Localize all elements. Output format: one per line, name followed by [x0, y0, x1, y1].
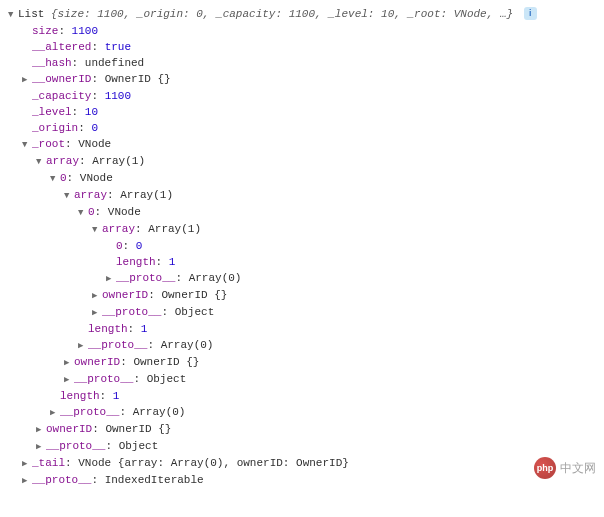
- array-index-0[interactable]: 0: 0: [8, 238, 596, 254]
- property-ownerid[interactable]: ▶__ownerID: OwnerID {}: [8, 71, 596, 88]
- watermark-logo-icon: php: [534, 457, 556, 479]
- property-level[interactable]: _level: 10: [8, 104, 596, 120]
- expand-arrow-icon[interactable]: ▼: [22, 137, 32, 153]
- info-badge-icon[interactable]: i: [524, 7, 537, 20]
- property-value: VNode {array: Array(0), ownerID: OwnerID…: [78, 457, 349, 469]
- property-value: Array(1): [120, 189, 173, 201]
- property-key: 0: [60, 172, 67, 184]
- expand-arrow-icon[interactable]: ▶: [78, 338, 88, 354]
- expand-arrow-icon[interactable]: ▶: [92, 288, 102, 304]
- property-length[interactable]: length: 1: [8, 254, 596, 270]
- property-key: __ownerID: [32, 73, 91, 85]
- property-value: OwnerID {}: [161, 289, 227, 301]
- property-key: ownerID: [46, 423, 92, 435]
- property-array[interactable]: ▼array: Array(1): [8, 221, 596, 238]
- property-key: __proto__: [116, 272, 175, 284]
- property-value: OwnerID {}: [105, 73, 171, 85]
- expand-arrow-icon[interactable]: ▶: [50, 405, 60, 421]
- property-key: array: [46, 155, 79, 167]
- property-value: 0: [91, 122, 98, 134]
- property-value: Array(0): [133, 406, 186, 418]
- expand-arrow-icon[interactable]: ▼: [50, 171, 60, 187]
- property-value: Array(1): [92, 155, 145, 167]
- property-array[interactable]: ▼array: Array(1): [8, 153, 596, 170]
- property-ownerid[interactable]: ▶ownerID: OwnerID {}: [8, 421, 596, 438]
- property-key: _root: [32, 138, 65, 150]
- expand-arrow-icon[interactable]: ▼: [8, 7, 18, 23]
- property-value: VNode: [108, 206, 141, 218]
- array-index-0[interactable]: ▼0: VNode: [8, 170, 596, 187]
- expand-arrow-icon[interactable]: ▶: [64, 355, 74, 371]
- array-index-0[interactable]: ▼0: VNode: [8, 204, 596, 221]
- property-value: Array(0): [161, 339, 214, 351]
- expand-arrow-icon[interactable]: ▶: [36, 422, 46, 438]
- property-key: __proto__: [102, 306, 161, 318]
- watermark-text: 中文网: [560, 460, 596, 476]
- property-value: 1: [169, 256, 176, 268]
- property-key: ownerID: [74, 356, 120, 368]
- property-value: 1100: [72, 25, 98, 37]
- property-length[interactable]: length: 1: [8, 321, 596, 337]
- property-key: __proto__: [60, 406, 119, 418]
- property-key: _capacity: [32, 90, 91, 102]
- property-value: Array(0): [189, 272, 242, 284]
- property-proto[interactable]: ▶__proto__: Object: [8, 304, 596, 321]
- property-key: array: [74, 189, 107, 201]
- property-key: __proto__: [32, 474, 91, 486]
- expand-arrow-icon[interactable]: ▼: [78, 205, 88, 221]
- property-capacity[interactable]: _capacity: 1100: [8, 88, 596, 104]
- expand-arrow-icon[interactable]: ▼: [64, 188, 74, 204]
- property-length[interactable]: length: 1: [8, 388, 596, 404]
- expand-arrow-icon[interactable]: ▶: [22, 456, 32, 472]
- property-value: OwnerID {}: [133, 356, 199, 368]
- property-root[interactable]: ▼_root: VNode: [8, 136, 596, 153]
- property-value: Object: [147, 373, 187, 385]
- property-value: 1: [113, 390, 120, 402]
- property-key: _origin: [32, 122, 78, 134]
- property-ownerid[interactable]: ▶ownerID: OwnerID {}: [8, 354, 596, 371]
- expand-arrow-icon[interactable]: ▶: [22, 473, 32, 489]
- property-array[interactable]: ▼array: Array(1): [8, 187, 596, 204]
- property-proto[interactable]: ▶__proto__: Array(0): [8, 404, 596, 421]
- property-key: _tail: [32, 457, 65, 469]
- property-key: __proto__: [88, 339, 147, 351]
- expand-arrow-icon[interactable]: ▶: [36, 439, 46, 455]
- property-value: Object: [119, 440, 159, 452]
- property-key: __hash: [32, 57, 72, 69]
- expand-arrow-icon[interactable]: ▼: [36, 154, 46, 170]
- object-type: List: [18, 8, 44, 20]
- property-value: Array(1): [148, 223, 201, 235]
- property-value: 10: [85, 106, 98, 118]
- property-key: length: [116, 256, 156, 268]
- property-proto[interactable]: ▶__proto__: IndexedIterable: [8, 472, 596, 489]
- property-altered[interactable]: __altered: true: [8, 39, 596, 55]
- tree-root[interactable]: ▼List {size: 1100, _origin: 0, _capacity…: [8, 6, 596, 23]
- property-key: __altered: [32, 41, 91, 53]
- expand-arrow-icon[interactable]: ▶: [22, 72, 32, 88]
- property-key: __proto__: [46, 440, 105, 452]
- expand-arrow-icon[interactable]: ▼: [92, 222, 102, 238]
- property-value: true: [105, 41, 131, 53]
- property-proto[interactable]: ▶__proto__: Object: [8, 371, 596, 388]
- watermark: php 中文网: [534, 457, 596, 479]
- expand-arrow-icon[interactable]: ▶: [64, 372, 74, 388]
- property-value: IndexedIterable: [105, 474, 204, 486]
- property-key: _level: [32, 106, 72, 118]
- property-size[interactable]: size: 1100: [8, 23, 596, 39]
- property-value: OwnerID {}: [105, 423, 171, 435]
- property-origin[interactable]: _origin: 0: [8, 120, 596, 136]
- property-value: Object: [175, 306, 215, 318]
- property-tail[interactable]: ▶_tail: VNode {array: Array(0), ownerID:…: [8, 455, 596, 472]
- expand-arrow-icon[interactable]: ▶: [106, 271, 116, 287]
- property-proto[interactable]: ▶__proto__: Object: [8, 438, 596, 455]
- property-value: VNode: [78, 138, 111, 150]
- expand-arrow-icon[interactable]: ▶: [92, 305, 102, 321]
- property-value: 1: [141, 323, 148, 335]
- property-value: 1100: [105, 90, 131, 102]
- property-value: undefined: [85, 57, 144, 69]
- property-proto[interactable]: ▶__proto__: Array(0): [8, 270, 596, 287]
- property-ownerid[interactable]: ▶ownerID: OwnerID {}: [8, 287, 596, 304]
- property-key: array: [102, 223, 135, 235]
- property-proto[interactable]: ▶__proto__: Array(0): [8, 337, 596, 354]
- property-hash[interactable]: __hash: undefined: [8, 55, 596, 71]
